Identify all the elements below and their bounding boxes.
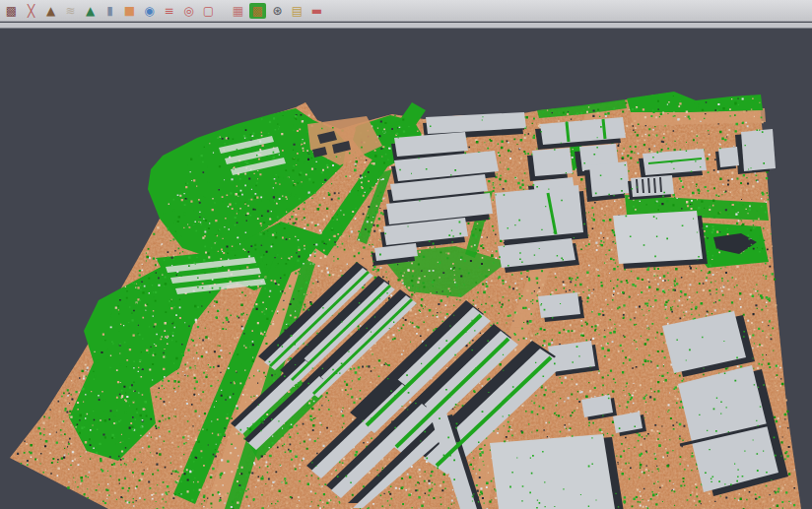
column-model-icon[interactable]: ▮ xyxy=(102,3,118,19)
align-cross-icon[interactable]: ╳ xyxy=(23,3,39,19)
point-cloud-icon[interactable]: ▩ xyxy=(3,3,20,19)
measure-icon[interactable]: ▬ xyxy=(308,3,325,19)
terrain-mesh-icon[interactable]: ▲ xyxy=(82,3,99,19)
viewport-3d[interactable] xyxy=(0,29,812,509)
globe-icon[interactable]: ◉ xyxy=(141,3,158,19)
settings-gear-icon[interactable]: ⊛ xyxy=(269,3,286,19)
layers-list-icon[interactable]: ≡ xyxy=(161,3,177,19)
point-cloud-scene xyxy=(10,92,801,509)
contours-icon[interactable]: ≋ xyxy=(62,3,79,19)
circle-select-icon[interactable]: ◎ xyxy=(180,3,197,19)
toolbar-icons: ▩╳▲≋▲▮■◉≡◎▢▦▩⊛▤▬ xyxy=(3,3,325,19)
zoom-extents-icon[interactable]: ▢ xyxy=(200,3,217,19)
dem-mountain-icon[interactable]: ▲ xyxy=(42,3,59,19)
orthomosaic-icon[interactable]: ■ xyxy=(121,3,138,19)
grid-tool-icon[interactable]: ▦ xyxy=(230,3,246,19)
main-toolbar: ▩╳▲≋▲▮■◉≡◎▢▦▩⊛▤▬ xyxy=(0,0,812,22)
classified-map-icon[interactable]: ▩ xyxy=(249,3,266,19)
texture-map-icon[interactable]: ▤ xyxy=(289,3,305,19)
scene-svg[interactable] xyxy=(0,29,812,509)
application-window: ▩╳▲≋▲▮■◉≡◎▢▦▩⊛▤▬ xyxy=(0,0,812,509)
